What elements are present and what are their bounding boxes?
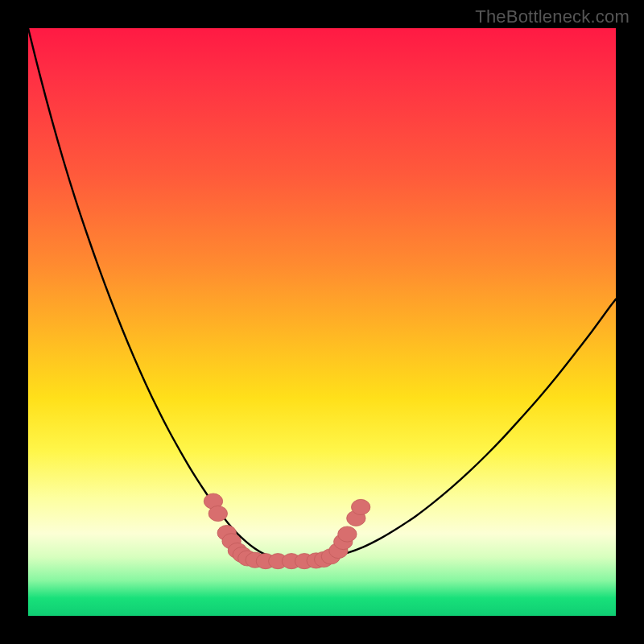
chart-marker	[338, 526, 357, 542]
chart-svg	[28, 28, 616, 616]
chart-marker	[208, 506, 227, 521]
chart-markers	[204, 493, 370, 569]
chart-marker	[352, 499, 370, 514]
plot-area	[28, 28, 616, 616]
watermark-text: TheBottleneck.com	[475, 6, 630, 27]
bottleneck-curve	[28, 28, 616, 561]
chart-frame: TheBottleneck.com	[0, 0, 644, 644]
